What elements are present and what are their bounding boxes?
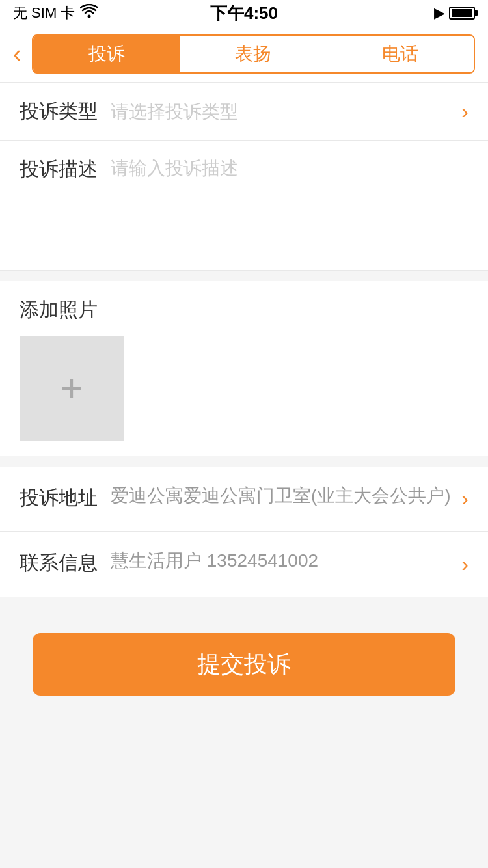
contact-label: 联系信息 xyxy=(20,547,98,576)
info-section: 投诉地址 爱迪公寓爱迪公寓门卫室(业主大会公共户) › 联系信息 慧生活用户 1… xyxy=(0,467,488,597)
nav-icon: ▶ xyxy=(434,5,445,21)
address-row[interactable]: 投诉地址 爱迪公寓爱迪公寓门卫室(业主大会公共户) › xyxy=(0,467,488,532)
submit-button[interactable]: 提交投诉 xyxy=(33,633,455,696)
description-header: 投诉描述 请输入投诉描述 xyxy=(20,156,468,183)
tab-praise[interactable]: 表扬 xyxy=(180,36,327,72)
photo-section: 添加照片 + xyxy=(0,281,488,467)
status-time: 下午4:50 xyxy=(210,2,278,25)
complaint-type-row[interactable]: 投诉类型 请选择投诉类型 › xyxy=(0,83,488,141)
status-right: ▶ xyxy=(434,5,475,21)
tab-complaint[interactable]: 投诉 xyxy=(33,36,180,72)
svg-point-0 xyxy=(88,15,91,18)
status-bar: 无 SIM 卡 下午4:50 ▶ xyxy=(0,0,488,26)
description-label: 投诉描述 xyxy=(20,156,98,183)
footer: 提交投诉 xyxy=(0,607,488,722)
wifi-icon xyxy=(80,4,98,22)
contact-value: 慧生活用户 13524541002 xyxy=(111,547,455,575)
complaint-type-section: 投诉类型 请选择投诉类型 › 投诉描述 请输入投诉描述 xyxy=(0,83,488,271)
back-button[interactable]: ‹ xyxy=(13,42,21,66)
complaint-type-label: 投诉类型 xyxy=(20,98,98,125)
carrier-text: 无 SIM 卡 xyxy=(13,3,75,23)
plus-icon: + xyxy=(60,369,83,408)
address-value: 爱迪公寓爱迪公寓门卫室(业主大会公共户) xyxy=(111,482,455,509)
contact-row[interactable]: 联系信息 慧生活用户 13524541002 › xyxy=(0,532,488,597)
contact-arrow: › xyxy=(461,552,468,576)
complaint-type-placeholder: 请选择投诉类型 xyxy=(111,100,455,124)
tab-phone[interactable]: 电话 xyxy=(327,36,474,72)
nav-bar: ‹ 投诉 表扬 电话 xyxy=(0,26,488,83)
description-placeholder: 请输入投诉描述 xyxy=(111,156,468,181)
status-left: 无 SIM 卡 xyxy=(13,3,98,23)
address-label: 投诉地址 xyxy=(20,482,98,511)
complaint-type-arrow: › xyxy=(461,100,468,124)
photo-add-button[interactable]: + xyxy=(20,336,124,441)
battery-icon xyxy=(449,7,475,20)
description-row[interactable]: 投诉描述 请输入投诉描述 xyxy=(0,141,488,271)
photo-label: 添加照片 xyxy=(20,297,468,323)
address-arrow: › xyxy=(461,487,468,511)
tab-group: 投诉 表扬 电话 xyxy=(32,34,475,74)
